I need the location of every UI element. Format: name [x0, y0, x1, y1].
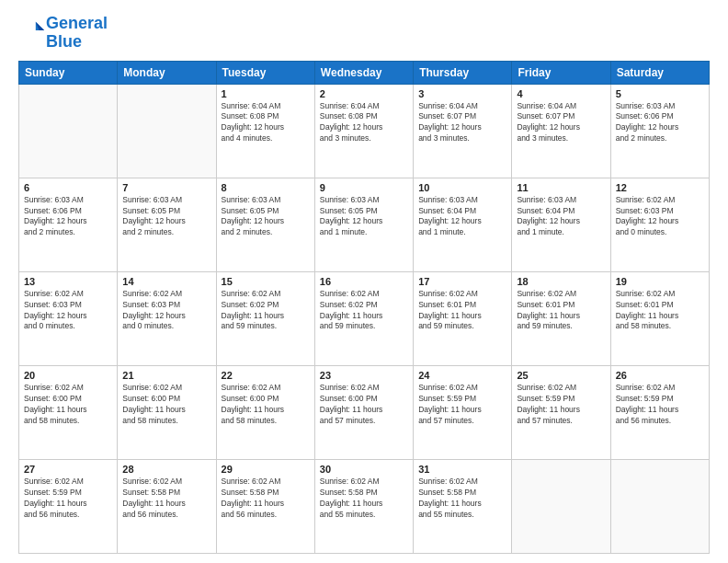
day-number: 14 [122, 276, 210, 287]
day-number: 3 [418, 88, 506, 99]
day-cell [118, 84, 216, 178]
day-number: 21 [122, 370, 210, 381]
day-cell: 21Sunrise: 6:02 AM Sunset: 6:00 PM Dayli… [118, 365, 216, 459]
day-info: Sunrise: 6:02 AM Sunset: 6:01 PM Dayligh… [517, 289, 605, 333]
week-row-3: 13Sunrise: 6:02 AM Sunset: 6:03 PM Dayli… [19, 271, 710, 365]
day-info: Sunrise: 6:04 AM Sunset: 6:07 PM Dayligh… [517, 101, 605, 145]
logo-text: GeneralBlue [46, 15, 108, 52]
day-number: 17 [418, 276, 506, 287]
day-info: Sunrise: 6:03 AM Sunset: 6:04 PM Dayligh… [517, 195, 605, 239]
day-info: Sunrise: 6:02 AM Sunset: 6:02 PM Dayligh… [320, 289, 408, 333]
day-info: Sunrise: 6:03 AM Sunset: 6:05 PM Dayligh… [222, 195, 310, 239]
day-cell: 26Sunrise: 6:02 AM Sunset: 5:59 PM Dayli… [610, 365, 709, 459]
day-info: Sunrise: 6:04 AM Sunset: 6:08 PM Dayligh… [222, 101, 310, 145]
day-info: Sunrise: 6:02 AM Sunset: 6:00 PM Dayligh… [222, 383, 310, 427]
day-cell: 25Sunrise: 6:02 AM Sunset: 5:59 PM Dayli… [512, 365, 610, 459]
day-number: 6 [24, 182, 112, 193]
day-number: 12 [616, 182, 704, 193]
weekday-header-row: SundayMondayTuesdayWednesdayThursdayFrid… [19, 61, 710, 84]
day-info: Sunrise: 6:02 AM Sunset: 6:01 PM Dayligh… [616, 289, 704, 333]
day-number: 7 [122, 182, 210, 193]
day-number: 28 [122, 464, 210, 475]
day-cell: 8Sunrise: 6:03 AM Sunset: 6:05 PM Daylig… [216, 178, 314, 271]
day-cell: 4Sunrise: 6:04 AM Sunset: 6:07 PM Daylig… [512, 84, 610, 178]
day-number: 22 [222, 370, 310, 381]
day-info: Sunrise: 6:02 AM Sunset: 6:00 PM Dayligh… [320, 383, 408, 427]
day-number: 8 [222, 182, 310, 193]
day-number: 11 [517, 182, 605, 193]
day-info: Sunrise: 6:02 AM Sunset: 5:59 PM Dayligh… [517, 383, 605, 427]
day-number: 20 [24, 370, 112, 381]
day-cell: 23Sunrise: 6:02 AM Sunset: 6:00 PM Dayli… [314, 365, 413, 459]
day-number: 15 [222, 276, 310, 287]
day-number: 19 [616, 276, 704, 287]
day-cell: 15Sunrise: 6:02 AM Sunset: 6:02 PM Dayli… [216, 271, 314, 365]
day-info: Sunrise: 6:02 AM Sunset: 5:58 PM Dayligh… [122, 477, 210, 521]
calendar-table: SundayMondayTuesdayWednesdayThursdayFrid… [18, 61, 710, 554]
day-info: Sunrise: 6:04 AM Sunset: 6:07 PM Dayligh… [418, 101, 506, 145]
day-cell: 12Sunrise: 6:02 AM Sunset: 6:03 PM Dayli… [610, 178, 709, 271]
day-info: Sunrise: 6:02 AM Sunset: 6:03 PM Dayligh… [24, 289, 112, 333]
header: GeneralBlue [18, 15, 710, 52]
day-info: Sunrise: 6:03 AM Sunset: 6:05 PM Dayligh… [122, 195, 210, 239]
day-number: 1 [222, 88, 310, 99]
day-info: Sunrise: 6:02 AM Sunset: 5:59 PM Dayligh… [616, 383, 704, 427]
day-info: Sunrise: 6:02 AM Sunset: 6:03 PM Dayligh… [122, 289, 210, 333]
day-number: 10 [418, 182, 506, 193]
day-info: Sunrise: 6:03 AM Sunset: 6:05 PM Dayligh… [320, 195, 408, 239]
day-cell: 20Sunrise: 6:02 AM Sunset: 6:00 PM Dayli… [19, 365, 118, 459]
day-number: 23 [320, 370, 408, 381]
week-row-2: 6Sunrise: 6:03 AM Sunset: 6:06 PM Daylig… [19, 178, 710, 271]
day-cell: 11Sunrise: 6:03 AM Sunset: 6:04 PM Dayli… [512, 178, 610, 271]
day-cell: 13Sunrise: 6:02 AM Sunset: 6:03 PM Dayli… [19, 271, 118, 365]
day-cell: 24Sunrise: 6:02 AM Sunset: 5:59 PM Dayli… [414, 365, 512, 459]
day-cell: 6Sunrise: 6:03 AM Sunset: 6:06 PM Daylig… [19, 178, 118, 271]
day-cell: 16Sunrise: 6:02 AM Sunset: 6:02 PM Dayli… [314, 271, 413, 365]
day-cell: 30Sunrise: 6:02 AM Sunset: 5:58 PM Dayli… [314, 459, 413, 553]
week-row-5: 27Sunrise: 6:02 AM Sunset: 5:59 PM Dayli… [19, 459, 710, 553]
day-info: Sunrise: 6:03 AM Sunset: 6:06 PM Dayligh… [616, 101, 704, 145]
day-info: Sunrise: 6:02 AM Sunset: 5:59 PM Dayligh… [24, 477, 112, 521]
weekday-header-friday: Friday [512, 61, 610, 84]
day-cell: 28Sunrise: 6:02 AM Sunset: 5:58 PM Dayli… [118, 459, 216, 553]
weekday-header-monday: Monday [118, 61, 216, 84]
day-info: Sunrise: 6:02 AM Sunset: 5:58 PM Dayligh… [222, 477, 310, 521]
day-info: Sunrise: 6:02 AM Sunset: 6:01 PM Dayligh… [418, 289, 506, 333]
week-row-4: 20Sunrise: 6:02 AM Sunset: 6:00 PM Dayli… [19, 365, 710, 459]
day-info: Sunrise: 6:02 AM Sunset: 6:00 PM Dayligh… [122, 383, 210, 427]
day-cell: 18Sunrise: 6:02 AM Sunset: 6:01 PM Dayli… [512, 271, 610, 365]
day-number: 29 [222, 464, 310, 475]
day-info: Sunrise: 6:04 AM Sunset: 6:08 PM Dayligh… [320, 101, 408, 145]
day-info: Sunrise: 6:02 AM Sunset: 5:58 PM Dayligh… [320, 477, 408, 521]
day-cell: 31Sunrise: 6:02 AM Sunset: 5:58 PM Dayli… [414, 459, 512, 553]
day-number: 27 [24, 464, 112, 475]
day-number: 31 [418, 464, 506, 475]
day-cell: 29Sunrise: 6:02 AM Sunset: 5:58 PM Dayli… [216, 459, 314, 553]
day-info: Sunrise: 6:02 AM Sunset: 6:02 PM Dayligh… [222, 289, 310, 333]
day-cell: 22Sunrise: 6:02 AM Sunset: 6:00 PM Dayli… [216, 365, 314, 459]
weekday-header-sunday: Sunday [19, 61, 118, 84]
day-number: 24 [418, 370, 506, 381]
week-row-1: 1Sunrise: 6:04 AM Sunset: 6:08 PM Daylig… [19, 84, 710, 178]
day-cell: 7Sunrise: 6:03 AM Sunset: 6:05 PM Daylig… [118, 178, 216, 271]
logo-icon [20, 18, 46, 44]
day-cell: 17Sunrise: 6:02 AM Sunset: 6:01 PM Dayli… [414, 271, 512, 365]
day-cell: 10Sunrise: 6:03 AM Sunset: 6:04 PM Dayli… [414, 178, 512, 271]
logo: GeneralBlue [18, 15, 108, 52]
day-cell [610, 459, 709, 553]
day-number: 9 [320, 182, 408, 193]
weekday-header-saturday: Saturday [610, 61, 709, 84]
day-cell: 2Sunrise: 6:04 AM Sunset: 6:08 PM Daylig… [314, 84, 413, 178]
day-number: 5 [616, 88, 704, 99]
day-number: 16 [320, 276, 408, 287]
weekday-header-tuesday: Tuesday [216, 61, 314, 84]
page: GeneralBlue SundayMondayTuesdayWednesday… [0, 0, 728, 563]
day-number: 2 [320, 88, 408, 99]
day-number: 13 [24, 276, 112, 287]
day-number: 25 [517, 370, 605, 381]
day-cell: 1Sunrise: 6:04 AM Sunset: 6:08 PM Daylig… [216, 84, 314, 178]
day-cell: 3Sunrise: 6:04 AM Sunset: 6:07 PM Daylig… [414, 84, 512, 178]
day-info: Sunrise: 6:02 AM Sunset: 5:58 PM Dayligh… [418, 477, 506, 521]
day-number: 4 [517, 88, 605, 99]
day-info: Sunrise: 6:02 AM Sunset: 5:59 PM Dayligh… [418, 383, 506, 427]
